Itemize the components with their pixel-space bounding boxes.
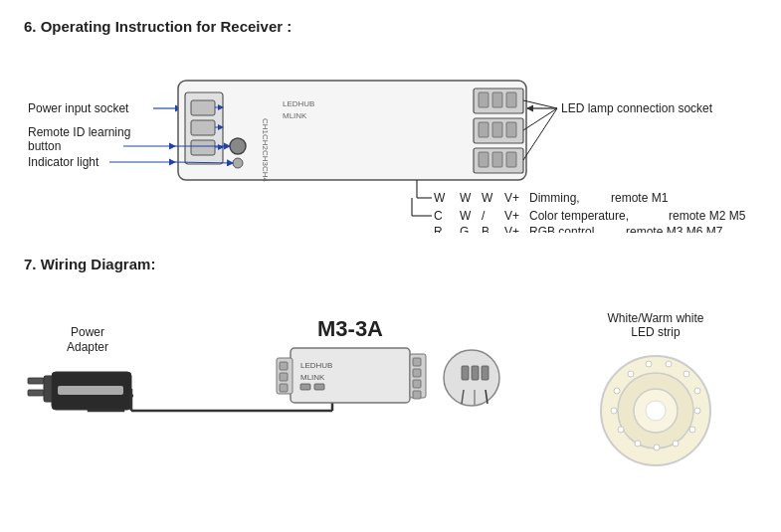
svg-text:W: W (460, 191, 472, 205)
svg-rect-86 (462, 366, 469, 380)
section7-title: 7. Wiring Diagram: (24, 256, 757, 272)
svg-rect-12 (191, 140, 215, 155)
svg-point-109 (618, 427, 624, 433)
svg-text:W: W (434, 191, 446, 205)
svg-text:Dimming,: Dimming, (529, 191, 580, 205)
svg-rect-75 (314, 384, 324, 390)
svg-point-102 (683, 371, 689, 377)
svg-point-100 (646, 361, 652, 367)
section7: 7. Wiring Diagram: Power Adapter (24, 256, 757, 475)
svg-text:remote M1: remote M1 (611, 191, 669, 205)
svg-text:LEDHUB: LEDHUB (300, 361, 332, 370)
svg-text:remote  M3 M6 M7: remote M3 M6 M7 (626, 225, 723, 233)
svg-text:W: W (482, 191, 493, 205)
svg-rect-28 (479, 122, 488, 137)
svg-text:MLINK: MLINK (300, 373, 325, 382)
svg-rect-63 (28, 390, 44, 396)
svg-rect-83 (413, 380, 421, 388)
svg-text:M3-3A: M3-3A (317, 316, 383, 341)
svg-rect-87 (472, 366, 479, 380)
svg-rect-62 (28, 378, 44, 384)
svg-text:White/Warm white: White/Warm white (608, 311, 704, 325)
svg-rect-77 (280, 362, 288, 370)
svg-rect-24 (479, 92, 488, 107)
svg-text:B: B (482, 225, 489, 233)
svg-rect-10 (191, 100, 215, 115)
svg-rect-11 (191, 120, 215, 135)
svg-point-101 (666, 361, 672, 367)
svg-rect-29 (492, 122, 502, 137)
svg-point-105 (689, 427, 695, 433)
svg-line-36 (523, 108, 557, 130)
svg-rect-81 (413, 358, 421, 366)
svg-point-99 (628, 371, 634, 377)
svg-rect-88 (482, 366, 488, 380)
svg-rect-25 (492, 92, 502, 107)
svg-rect-34 (506, 152, 516, 167)
svg-rect-78 (280, 373, 288, 381)
svg-rect-74 (300, 384, 310, 390)
wiring-diagram: Power Adapter M3-3A LEDHUB (24, 286, 780, 475)
svg-text:CH1CH2CH3CH4: CH1CH2CH3CH4 (261, 118, 270, 183)
svg-text:LED strip: LED strip (631, 325, 681, 339)
svg-text:W: W (460, 209, 472, 223)
svg-rect-30 (506, 122, 516, 137)
svg-text:MLINK: MLINK (283, 111, 307, 120)
svg-text:RGB control,: RGB control, (529, 225, 598, 233)
svg-text:Remote ID learning: Remote ID learning (28, 125, 130, 139)
svg-rect-66 (58, 386, 123, 395)
svg-point-110 (611, 408, 617, 414)
svg-text:button: button (28, 139, 61, 153)
svg-point-21 (233, 158, 243, 168)
svg-text:Color temperature,: Color temperature, (529, 209, 629, 223)
svg-rect-79 (280, 384, 288, 392)
svg-text:/: / (482, 209, 486, 223)
svg-rect-26 (506, 92, 516, 107)
svg-text:Power: Power (71, 325, 104, 339)
svg-text:V+: V+ (504, 209, 519, 223)
svg-line-35 (523, 100, 557, 108)
svg-rect-32 (479, 152, 488, 167)
section6-title: 6. Operating Instruction for Receiver : (24, 18, 757, 35)
svg-point-104 (694, 408, 700, 414)
svg-text:remote M2 M5: remote M2 M5 (669, 209, 746, 223)
svg-rect-82 (413, 369, 421, 377)
svg-text:G: G (460, 225, 469, 233)
power-input-label: Power input socket (28, 101, 129, 115)
section6-diagram: Power input socket Remote ID learning bu… (24, 49, 780, 238)
svg-point-108 (635, 441, 641, 446)
svg-text:V+: V+ (504, 191, 519, 205)
svg-text:LEDHUB: LEDHUB (283, 99, 314, 108)
svg-text:R: R (434, 225, 443, 233)
svg-text:Adapter: Adapter (67, 340, 108, 354)
svg-text:V+: V+ (504, 225, 519, 233)
svg-point-98 (614, 388, 620, 394)
svg-point-97 (646, 401, 666, 421)
svg-rect-33 (492, 152, 502, 167)
svg-point-19 (230, 138, 246, 154)
svg-text:C: C (434, 209, 443, 223)
svg-point-107 (654, 444, 660, 450)
svg-point-106 (673, 441, 679, 446)
svg-point-103 (694, 388, 700, 394)
svg-text:LED lamp connection socket: LED lamp connection socket (561, 101, 713, 115)
svg-rect-84 (413, 391, 421, 399)
svg-line-37 (523, 108, 557, 160)
section6-content: Power input socket Remote ID learning bu… (24, 49, 757, 238)
svg-text:Indicator light: Indicator light (28, 155, 99, 169)
